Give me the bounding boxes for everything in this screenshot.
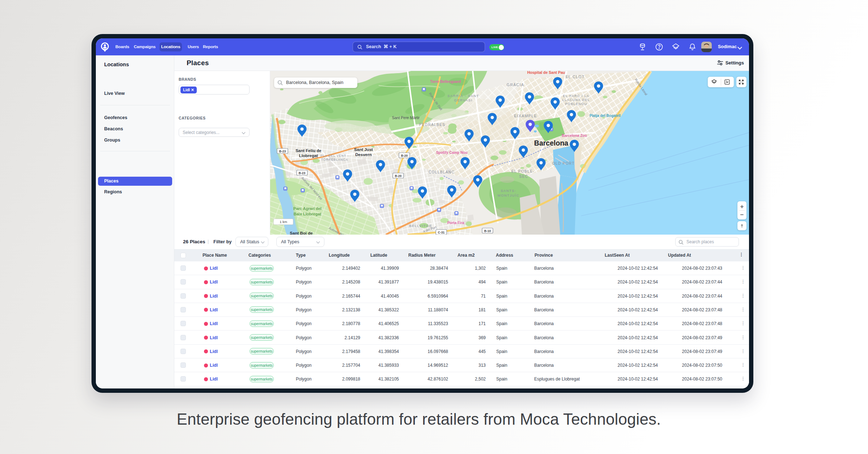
svg-text:EL POBLE-: EL POBLE- [511, 169, 535, 173]
svg-text:B-23: B-23 [299, 171, 306, 175]
svg-text:EIXAMPLE: EIXAMPLE [514, 114, 537, 118]
svg-text:B-23: B-23 [279, 150, 286, 153]
svg-text:SARRIÀ - SANT: SARRIÀ - SANT [447, 94, 479, 98]
svg-text:PEDRALBES: PEDRALBES [419, 123, 446, 127]
svg-text:Spotify Camp Nou: Spotify Camp Nou [436, 151, 468, 155]
svg-text:Barcelona: Barcelona [534, 139, 568, 147]
svg-text:POBLENOU: POBLENOU [565, 102, 587, 106]
svg-text:COLLBLANC: COLLBLANC [429, 170, 455, 174]
svg-text:MONTJUÏC: MONTJUÏC [498, 193, 519, 197]
svg-text:TORREBLANCA: TORREBLANCA [321, 158, 348, 161]
svg-text:Hospital de Sant Pau: Hospital de Sant Pau [527, 71, 565, 75]
svg-text:PLA DEL VENT -: PLA DEL VENT - [320, 154, 349, 157]
svg-text:EL PARC I LA: EL PARC I LA [563, 94, 590, 98]
svg-text:Desvern: Desvern [355, 152, 371, 157]
svg-text:C-31: C-31 [438, 231, 445, 234]
svg-text:LLACUNA DEL: LLACUNA DEL [562, 98, 590, 102]
svg-text:Baix Llobregat: Baix Llobregat [294, 212, 322, 216]
svg-text:Platja del Bogatell: Platja del Bogatell [590, 114, 621, 118]
svg-text:Torre Bellesguard: Torre Bellesguard [430, 80, 461, 84]
svg-text:EL CLOT: EL CLOT [565, 75, 584, 79]
svg-text:Sant Boi de: Sant Boi de [290, 231, 312, 235]
svg-text:SANTS-: SANTS- [501, 189, 516, 193]
svg-text:Porta Fira: Porta Fira [447, 221, 464, 225]
svg-text:Llobregat: Llobregat [299, 154, 318, 158]
svg-text:SEC: SEC [519, 175, 528, 178]
svg-text:B-10: B-10 [484, 229, 491, 233]
svg-text:BELLVITGE: BELLVITGE [409, 224, 432, 228]
svg-text:GRÀCIA: GRÀCIA [507, 83, 524, 87]
svg-text:Barcelona Zoo: Barcelona Zoo [562, 134, 587, 138]
svg-text:Sant Feliu de: Sant Feliu de [295, 148, 322, 153]
svg-text:Parc Agrari del: Parc Agrari del [293, 206, 322, 211]
svg-text:B-20: B-20 [401, 154, 408, 157]
svg-text:OLD PORT: OLD PORT [552, 161, 575, 165]
svg-text:Sant Just: Sant Just [354, 147, 373, 152]
svg-text:Sant Pere Màrtir: Sant Pere Màrtir [392, 115, 420, 120]
svg-text:B-20: B-20 [395, 174, 402, 178]
svg-text:GERVASI: GERVASI [454, 98, 472, 102]
